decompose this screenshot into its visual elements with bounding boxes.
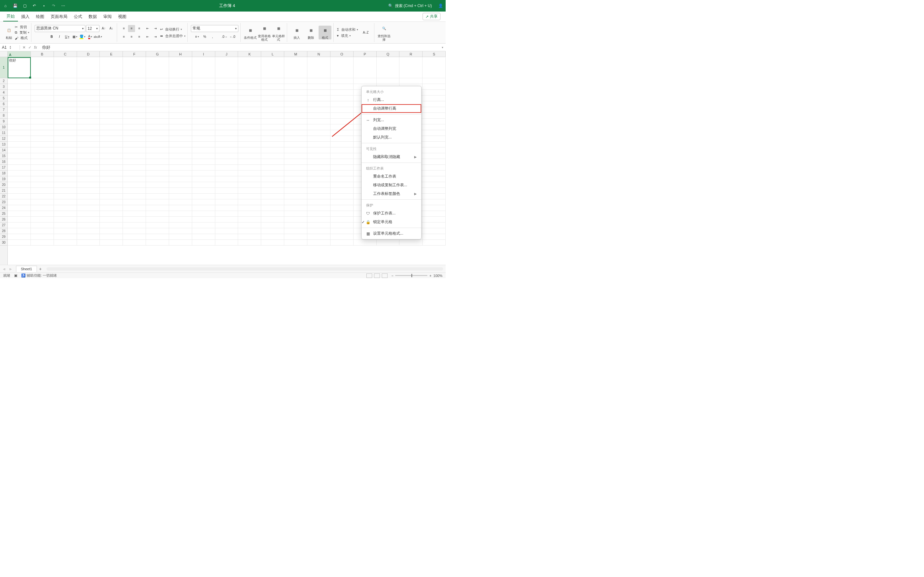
cell-E3[interactable]: [100, 84, 123, 90]
cell-E29[interactable]: [100, 234, 123, 240]
cell-N2[interactable]: [307, 78, 330, 84]
cell-C11[interactable]: [54, 130, 77, 136]
cell-I23[interactable]: [192, 199, 215, 205]
cell-M15[interactable]: [284, 153, 307, 159]
cell-D24[interactable]: [77, 205, 100, 211]
cell-C5[interactable]: [54, 95, 77, 101]
cell-O30[interactable]: [330, 240, 354, 245]
cell-F15[interactable]: [123, 153, 146, 159]
cell-F25[interactable]: [123, 211, 146, 217]
cell-C1[interactable]: [54, 57, 77, 78]
cell-J1[interactable]: [215, 57, 238, 78]
cell-D11[interactable]: [77, 130, 100, 136]
cell-A25[interactable]: [8, 211, 31, 217]
cell-S7[interactable]: [423, 107, 446, 113]
cell-E11[interactable]: [100, 130, 123, 136]
cell-L8[interactable]: [261, 113, 284, 119]
cell-A4[interactable]: [8, 90, 31, 95]
cell-F24[interactable]: [123, 205, 146, 211]
align-right-icon[interactable]: ≡: [136, 33, 143, 40]
cell-C27[interactable]: [54, 222, 77, 228]
cell-D3[interactable]: [77, 84, 100, 90]
cell-G3[interactable]: [146, 84, 169, 90]
cell-N17[interactable]: [307, 165, 330, 171]
cell-I14[interactable]: [192, 147, 215, 153]
cell-F20[interactable]: [123, 182, 146, 188]
cell-B24[interactable]: [31, 205, 54, 211]
increase-font-icon[interactable]: A↑: [100, 25, 107, 32]
cell-L27[interactable]: [261, 222, 284, 228]
cell-J5[interactable]: [215, 95, 238, 101]
cell-M8[interactable]: [284, 113, 307, 119]
cell-I18[interactable]: [192, 171, 215, 176]
add-sheet-button[interactable]: +: [37, 266, 44, 271]
cell-F7[interactable]: [123, 107, 146, 113]
cell-K18[interactable]: [238, 171, 261, 176]
cell-E22[interactable]: [100, 193, 123, 199]
cell-J22[interactable]: [215, 193, 238, 199]
cell-S12[interactable]: [423, 136, 446, 142]
cell-N30[interactable]: [307, 240, 330, 245]
cell-L20[interactable]: [261, 182, 284, 188]
cell-O7[interactable]: [330, 107, 354, 113]
col-header-G[interactable]: G: [146, 51, 169, 57]
cell-G29[interactable]: [146, 234, 169, 240]
cell-E21[interactable]: [100, 188, 123, 193]
cell-J28[interactable]: [215, 228, 238, 234]
col-header-R[interactable]: R: [399, 51, 423, 57]
cell-A11[interactable]: [8, 130, 31, 136]
cell-C13[interactable]: [54, 142, 77, 147]
cell-G6[interactable]: [146, 101, 169, 107]
cell-P2[interactable]: [354, 78, 376, 84]
cell-S15[interactable]: [423, 153, 446, 159]
cell-S27[interactable]: [423, 222, 446, 228]
cell-L23[interactable]: [261, 199, 284, 205]
cell-L15[interactable]: [261, 153, 284, 159]
cell-A9[interactable]: [8, 119, 31, 124]
cell-G8[interactable]: [146, 113, 169, 119]
cell-J27[interactable]: [215, 222, 238, 228]
cell-H15[interactable]: [169, 153, 192, 159]
cell-F18[interactable]: [123, 171, 146, 176]
cell-L19[interactable]: [261, 176, 284, 182]
row-header-17[interactable]: 17: [0, 165, 7, 171]
cell-G11[interactable]: [146, 130, 169, 136]
cell-J11[interactable]: [215, 130, 238, 136]
cell-M29[interactable]: [284, 234, 307, 240]
cell-C7[interactable]: [54, 107, 77, 113]
cell-S30[interactable]: [423, 240, 446, 245]
cell-A26[interactable]: [8, 217, 31, 222]
cell-K27[interactable]: [238, 222, 261, 228]
menu-tab-color[interactable]: 工作表标签颜色▶: [362, 189, 421, 198]
cell-B7[interactable]: [31, 107, 54, 113]
menu-rename-sheet[interactable]: 重命名工作表: [362, 172, 421, 181]
cell-R30[interactable]: [399, 240, 423, 245]
cell-D7[interactable]: [77, 107, 100, 113]
cell-F11[interactable]: [123, 130, 146, 136]
undo-dropdown-icon[interactable]: ▾: [41, 3, 47, 9]
cell-E12[interactable]: [100, 136, 123, 142]
cell-C24[interactable]: [54, 205, 77, 211]
cell-M6[interactable]: [284, 101, 307, 107]
cell-O26[interactable]: [330, 217, 354, 222]
cell-S26[interactable]: [423, 217, 446, 222]
cell-S29[interactable]: [423, 234, 446, 240]
col-header-H[interactable]: H: [169, 51, 192, 57]
cell-G22[interactable]: [146, 193, 169, 199]
more-qa-icon[interactable]: ⋯: [60, 3, 66, 9]
cell-S18[interactable]: [423, 171, 446, 176]
cell-E7[interactable]: [100, 107, 123, 113]
menu-format-cells-dialog[interactable]: ▦设置单元格格式...: [362, 229, 421, 238]
cell-I12[interactable]: [192, 136, 215, 142]
currency-icon[interactable]: ¤: [194, 33, 200, 40]
cell-D8[interactable]: [77, 113, 100, 119]
cell-G21[interactable]: [146, 188, 169, 193]
cell-N13[interactable]: [307, 142, 330, 147]
cell-M28[interactable]: [284, 228, 307, 234]
row-header-9[interactable]: 9: [0, 119, 7, 124]
cell-H13[interactable]: [169, 142, 192, 147]
cell-I6[interactable]: [192, 101, 215, 107]
col-header-P[interactable]: P: [354, 51, 376, 57]
cell-S21[interactable]: [423, 188, 446, 193]
cell-N4[interactable]: [307, 90, 330, 95]
